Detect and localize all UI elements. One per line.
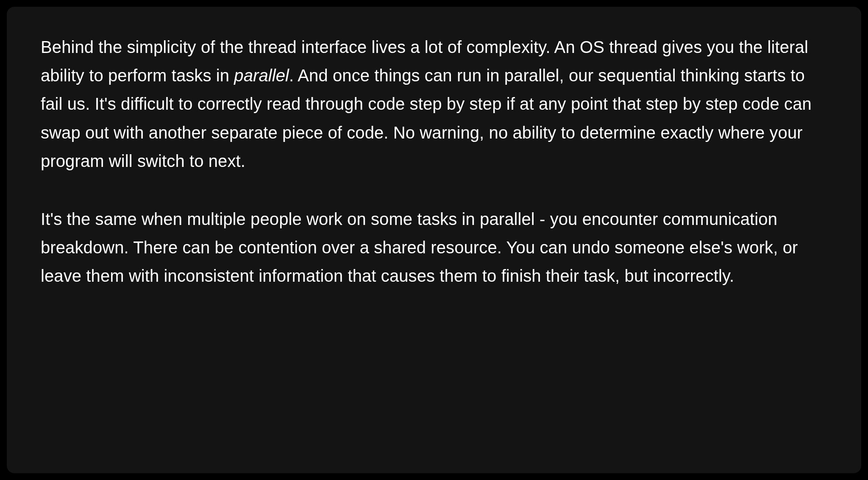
paragraph-2-pre: It's the same when multiple people work … — [41, 210, 798, 285]
paragraph-2: It's the same when multiple people work … — [41, 205, 827, 291]
paragraph-1: Behind the simplicity of the thread inte… — [41, 33, 827, 175]
document-frame: Behind the simplicity of the thread inte… — [0, 0, 868, 480]
paragraph-1-emphasis: parallel — [234, 66, 289, 85]
document-card: Behind the simplicity of the thread inte… — [7, 7, 861, 473]
